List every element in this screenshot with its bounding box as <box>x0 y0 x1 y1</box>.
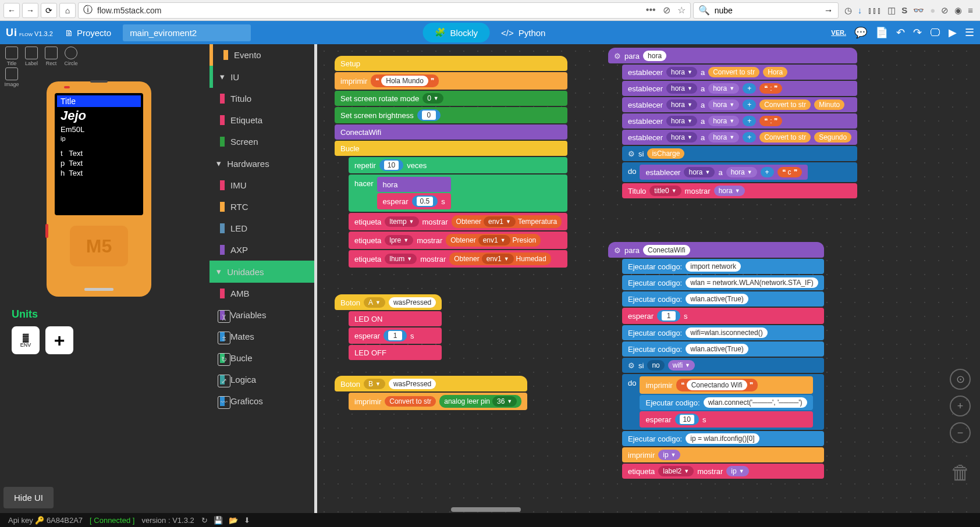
block-do-wifi[interactable]: do imprimir ❝ Conectando Wifi ❞ Ejecutar… <box>622 374 824 430</box>
block-wait10[interactable]: esperar 10 s <box>640 411 812 428</box>
zoom-in[interactable]: + <box>950 396 971 416</box>
block-bucle[interactable]: Bucle <box>335 141 567 156</box>
unit-add[interactable]: + <box>45 326 73 354</box>
block-set-hora-4[interactable]: establecer hora ▼ a hora ▼ + ❝ : ❞ <box>622 113 857 129</box>
chat-icon[interactable]: 💬 <box>854 26 867 39</box>
block-wait1-A[interactable]: esperar 1 s <box>349 327 442 344</box>
monitor-icon[interactable]: 🖵 <box>930 27 940 39</box>
block-set-hora-2[interactable]: establecer hora ▼ a hora ▼ + ❝ : ❞ <box>622 81 857 96</box>
trash-icon[interactable]: 🗑 <box>951 461 971 484</box>
block-print-hola[interactable]: imprimir ❝ Hola Mundo ❞ <box>335 72 567 90</box>
shield-icon[interactable]: ⊘ <box>941 5 949 16</box>
download-icon[interactable]: ↓ <box>858 5 862 16</box>
hide-ui-button[interactable]: Hide UI <box>3 487 54 508</box>
device-title[interactable]: Title <box>57 95 141 107</box>
block-if-wifi[interactable]: ⚙ si no wifi ▼ <box>622 358 824 373</box>
block-if-charge[interactable]: ⚙ si isCharge <box>622 146 857 161</box>
block-exec-isconn[interactable]: Ejecutar codigo: wifi=wlan.isconnected() <box>622 325 824 340</box>
block-etq-ip[interactable]: etiqueta label2 ▼ mostrar ip ▼ <box>622 464 824 479</box>
zoom-out[interactable]: − <box>950 422 971 443</box>
block-do-charge[interactable]: do establecer hora ▼ a hora ▼ + ❝ c ❞ <box>622 162 857 182</box>
block-conecta-call[interactable]: ConectaWifi <box>335 124 567 140</box>
pin-icon[interactable]: ● <box>930 5 935 16</box>
cat-rtc[interactable]: RTC <box>210 196 314 218</box>
workspace-scrollbar[interactable] <box>317 507 980 513</box>
search-input[interactable] <box>715 6 819 15</box>
block-hora-call[interactable]: hora <box>377 177 451 192</box>
back-button[interactable]: ← <box>3 3 20 18</box>
sidebar-icon[interactable]: ◫ <box>887 5 896 16</box>
gear-icon[interactable]: ⚙ <box>614 52 621 60</box>
block-btnB[interactable]: Boton B ▼ wasPressed <box>335 376 527 391</box>
version-icon[interactable]: VER. <box>831 29 846 36</box>
block-para-hora[interactable]: ⚙ para hora <box>608 48 857 63</box>
search-bar[interactable]: 🔍 → <box>693 2 839 19</box>
block-exec-import[interactable]: Ejecutar codigo: import network <box>622 259 824 274</box>
block-print-ip[interactable]: imprimir ip ▼ <box>622 447 824 462</box>
tab-python[interactable]: </> Python <box>489 23 557 42</box>
cat-evento[interactable]: Evento <box>210 44 314 66</box>
device-m5-button[interactable]: M5 <box>70 226 128 266</box>
api-key[interactable]: Api key 🔑 6A84B2A7 <box>8 516 83 525</box>
cat-led[interactable]: LED <box>210 218 314 239</box>
block-title-show[interactable]: Titulo title0 ▼ mostrar hora ▼ <box>622 183 857 198</box>
block-exec-ipconfig[interactable]: Ejecutar codigo: ip = wlan.ifconfig()[0] <box>622 431 824 446</box>
tool-circle[interactable]: Circle <box>62 47 80 66</box>
block-exec-active2[interactable]: Ejecutar codigo: wlan.active(True) <box>622 341 824 357</box>
block-etq-pres[interactable]: etiqueta lpre ▼ mostrar Obtener env1 ▼ P… <box>349 232 567 249</box>
open-icon[interactable]: 📂 <box>229 516 238 525</box>
block-hacer[interactable]: hacer hora esperar 0.5 s <box>349 175 567 212</box>
block-exec-active1[interactable]: Ejecutar codigo: wlan.active(True) <box>622 291 824 307</box>
account-icon[interactable]: ◉ <box>954 5 962 16</box>
run-icon[interactable]: ▶ <box>949 26 957 39</box>
block-brightness[interactable]: Set screen brightness 0 <box>335 107 567 123</box>
home-button[interactable]: ⌂ <box>59 3 76 18</box>
tool-title[interactable]: Title <box>2 47 21 66</box>
cat-graficos[interactable]: 〰Graficos <box>210 390 314 412</box>
library-icon[interactable]: ⫿⫿⫿ <box>868 5 882 16</box>
gear-icon[interactable]: ⚙ <box>614 246 621 255</box>
redo-icon[interactable]: ↷ <box>913 26 922 39</box>
block-set-hora-3[interactable]: establecer hora ▼ a hora ▼ + Convert to … <box>622 97 857 112</box>
pocket-icon[interactable]: ⊘ <box>663 5 670 16</box>
bookmark-icon[interactable]: ☆ <box>677 5 686 16</box>
cat-imu[interactable]: IMU <box>210 175 314 196</box>
cat-mates[interactable]: ±Mates <box>210 326 314 347</box>
save-icon[interactable]: 💾 <box>214 516 223 525</box>
device-preview[interactable]: Title Jejo Em50L ip t Text p Text h Text… <box>47 81 151 297</box>
gear-icon[interactable]: ⚙ <box>628 149 635 158</box>
project-menu[interactable]: 🗎 Proyecto <box>59 26 117 40</box>
cat-logica[interactable]: ⤢Logica <box>210 369 314 390</box>
block-etq-hum[interactable]: etiqueta lhum ▼ mostrar Obtener env1 ▼ H… <box>349 250 567 268</box>
cat-variables[interactable]: χVariables <box>210 304 314 326</box>
block-wait1-w[interactable]: esperar 1 s <box>622 308 824 324</box>
block-para-conecta[interactable]: ⚙ para ConectaWifi <box>608 242 824 258</box>
cat-unidades-header[interactable]: ▾ Unidades <box>210 261 314 283</box>
blockly-workspace[interactable]: Setup imprimir ❝ Hola Mundo ❞ Set screen… <box>317 44 980 513</box>
project-name-input[interactable]: main_eviroment2 <box>123 24 251 41</box>
block-print-analog[interactable]: imprimir Convert to str analog leer pin … <box>349 393 527 410</box>
block-print-conn[interactable]: imprimir ❝ Conectando Wifi ❞ <box>640 376 812 394</box>
zoom-center[interactable]: ⊙ <box>950 369 971 390</box>
cat-bucle[interactable]: ↻Bucle <box>210 347 314 369</box>
history-icon[interactable]: ◷ <box>844 5 852 16</box>
cat-axp[interactable]: AXP <box>210 239 314 261</box>
info-icon[interactable]: ⓘ <box>83 4 93 16</box>
tab-blockly[interactable]: 🧩 Blockly <box>423 23 490 42</box>
block-led-on[interactable]: LED ON <box>349 311 442 326</box>
block-set-hora-1[interactable]: establecer hora ▼ a Convert to str Hora <box>622 65 857 80</box>
block-set-hora-c[interactable]: establecer hora ▼ a hora ▼ + ❝ c ❞ <box>640 165 807 180</box>
reload-button[interactable]: ⟳ <box>41 3 57 18</box>
cat-iu-header[interactable]: ▾ IU <box>210 66 314 88</box>
gear-icon[interactable]: ⚙ <box>628 361 635 370</box>
block-setup[interactable]: Setup <box>335 56 567 71</box>
block-wait05[interactable]: esperar 0.5 s <box>377 193 451 209</box>
reader-icon[interactable]: ••• <box>646 5 656 16</box>
cat-amb[interactable]: AMB <box>210 283 314 304</box>
device-screen[interactable]: Title Jejo Em50L ip t Text p Text h Text <box>55 93 143 215</box>
tool-label[interactable]: Label <box>22 47 41 66</box>
ext-icon[interactable]: 👓 <box>913 5 924 16</box>
block-rotate[interactable]: Set screen rotate mode 0 ▼ <box>335 91 567 106</box>
block-exec-connect[interactable]: Ejecutar codigo: wlan.connect('────', '─… <box>640 395 812 410</box>
block-exec-wlan[interactable]: Ejecutar codigo: wlan = network.WLAN(net… <box>622 275 824 290</box>
